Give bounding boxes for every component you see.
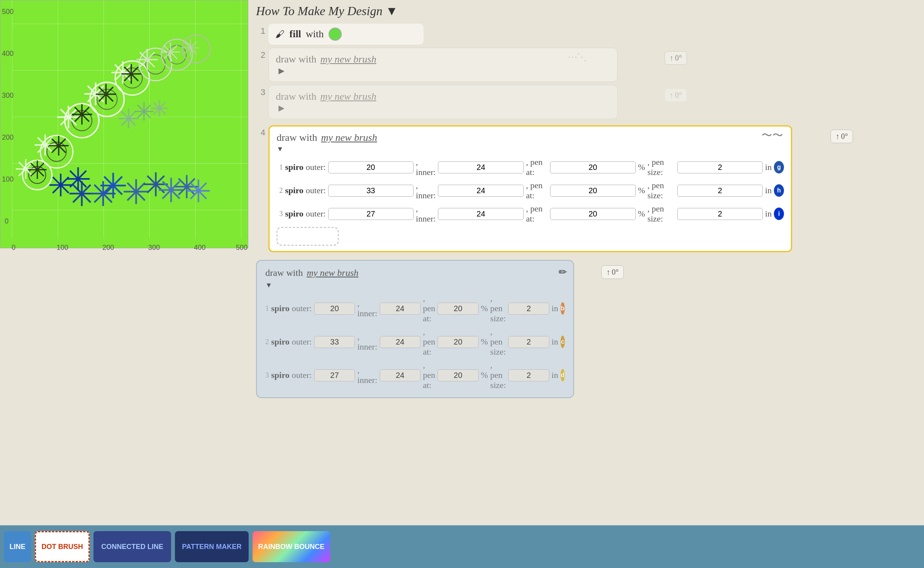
step-3-draw[interactable]: draw with my new brush ▶ ↑ 0° xyxy=(268,85,618,119)
bottom-pen-size-field-1[interactable] xyxy=(508,303,549,315)
bottom-pen-at-field-1[interactable] xyxy=(438,303,479,315)
angle-button-4[interactable]: ↑ 0° xyxy=(831,130,853,143)
bottom-outer-field-2[interactable] xyxy=(314,336,355,348)
x-label-100: 100 xyxy=(57,244,68,252)
x-label-300: 300 xyxy=(148,244,160,252)
pen-size-field-4-3[interactable] xyxy=(677,208,763,220)
b-pen-at-label-2: , pen at: xyxy=(423,327,435,357)
bottom-spiro-label-1: spiro xyxy=(271,303,289,313)
bottom-spiro-badge-3[interactable]: d xyxy=(561,369,565,381)
dotted-arc: ⋯⋱ xyxy=(568,51,586,63)
bottom-spiro-num-3: 3 xyxy=(265,371,269,379)
right-panel: How To Make My Design ▼ 1 🖌 fill with 2 … xyxy=(256,4,915,252)
x-label-400: 400 xyxy=(194,244,206,252)
spiro-label-4-2: spiro xyxy=(285,185,303,196)
svg-text:✳: ✳ xyxy=(70,100,93,131)
outer-field-4-1[interactable] xyxy=(328,161,414,173)
step-2-header: draw with my new brush ⋯⋱ xyxy=(276,54,610,65)
b-inner-label-2: , inner: xyxy=(357,332,377,352)
line-tool-button[interactable]: LINE xyxy=(4,531,31,562)
bottom-pen-at-field-3[interactable] xyxy=(438,369,479,381)
edit-pencil-button[interactable]: ✏ xyxy=(559,266,567,278)
spiro-row-4-2: 2 spiro outer: , inner: , pen at: % , pe… xyxy=(277,180,784,201)
x-label-500: 500 xyxy=(236,244,247,252)
toolbar: LINE DOT BRUSH CONNECTED LINE PATTERN MA… xyxy=(0,525,924,568)
bottom-outer-field-1[interactable] xyxy=(314,303,355,315)
spiro-badge-4-3[interactable]: i xyxy=(774,208,784,220)
in-label-4-3: in xyxy=(765,209,772,219)
percent-label-4-3: % xyxy=(638,209,645,219)
bottom-inner-field-3[interactable] xyxy=(380,369,421,381)
fill-color-swatch[interactable] xyxy=(329,28,342,41)
inner-label-4-2: , inner: xyxy=(416,180,436,201)
step-1-fill[interactable]: 🖌 fill with xyxy=(268,24,424,45)
pen-at-field-4-2[interactable] xyxy=(550,185,635,197)
rainbow-bounce-tool-button[interactable]: RAINBOW BOUNCE xyxy=(253,531,330,562)
in-label-4-1: in xyxy=(765,162,772,172)
add-spiro-button[interactable] xyxy=(277,227,339,246)
step-1-row: 1 🖌 fill with xyxy=(256,24,915,45)
bottom-spiro-num-1: 1 xyxy=(265,305,269,313)
b-inner-label-1: , inner: xyxy=(357,298,377,319)
angle-button-3[interactable]: ↑ 0° xyxy=(664,88,687,102)
bottom-pen-at-field-2[interactable] xyxy=(438,336,479,348)
step-3-row: 3 draw with my new brush ▶ ↑ 0° xyxy=(256,85,915,119)
expand-arrow[interactable]: ▼ xyxy=(277,145,784,153)
bottom-spiro-badge-2[interactable]: c xyxy=(561,336,565,348)
spiro-row-num-4-2: 2 xyxy=(277,187,283,195)
b-percent-2: % xyxy=(481,337,488,347)
angle-button-2[interactable]: ↑ 0° xyxy=(664,51,687,65)
bottom-pen-size-field-2[interactable] xyxy=(508,336,549,348)
bottom-outer-field-3[interactable] xyxy=(314,369,355,381)
pattern-maker-tool-button[interactable]: PATTERN MAKER xyxy=(175,531,249,562)
step-2-row: 2 draw with my new brush ⋯⋱ ▶ ↑ 0° xyxy=(256,48,915,82)
outer-field-4-3[interactable] xyxy=(328,208,414,220)
dropdown-arrow-icon[interactable]: ▼ xyxy=(386,4,398,18)
spiro-label-4-1: spiro xyxy=(285,162,303,172)
bottom-inner-field-2[interactable] xyxy=(380,336,421,348)
angle-value-4: 0° xyxy=(841,132,848,141)
bottom-inner-field-1[interactable] xyxy=(380,303,421,315)
drawing-canvas[interactable]: ✳ ✳ ✳ ✳ ✳ ✳ ✳ ✳ ✳ ✳ ✳ ✳ ✳ ✳ ✳ ✳ ✳ ✳ ✳ ✳ … xyxy=(0,0,248,248)
y-label-200: 200 xyxy=(2,133,14,142)
step-3-header: draw with my new brush xyxy=(276,91,610,102)
b-pen-size-label-1: , pen size: xyxy=(490,293,506,324)
connected-line-tool-button[interactable]: CONNECTED LINE xyxy=(93,531,171,562)
bottom-expand-arrow[interactable]: ▼ xyxy=(265,281,565,289)
pen-at-field-4-1[interactable] xyxy=(550,161,635,173)
play-button-3[interactable]: ▶ xyxy=(276,102,287,113)
outer-label-4-3: outer: xyxy=(306,209,325,219)
inner-field-4-3[interactable] xyxy=(438,208,523,220)
pen-at-field-4-3[interactable] xyxy=(550,208,635,220)
angle-value-2: 0° xyxy=(675,54,682,62)
inner-label-4-1: , inner: xyxy=(416,157,436,177)
step-4-number: 4 xyxy=(256,125,265,138)
spiro-label-4-3: spiro xyxy=(285,209,303,219)
outer-field-4-2[interactable] xyxy=(328,185,414,197)
pen-size-field-4-1[interactable] xyxy=(677,161,763,173)
play-button-2[interactable]: ▶ xyxy=(276,65,287,76)
spiro-badge-4-1[interactable]: g xyxy=(774,161,784,173)
brush-name-4: my new brush xyxy=(321,132,377,144)
step-2-draw[interactable]: draw with my new brush ⋯⋱ ▶ ↑ 0° xyxy=(268,48,618,82)
inner-field-4-1[interactable] xyxy=(438,161,523,173)
pen-size-field-4-2[interactable] xyxy=(677,185,763,197)
bottom-brush-name: my new brush xyxy=(307,268,358,278)
inner-field-4-2[interactable] xyxy=(438,185,523,197)
bottom-spiro-label-3: spiro xyxy=(271,370,289,380)
pen-at-label-4-2: , pen at: xyxy=(526,180,548,201)
b-in-label-2: in xyxy=(552,337,558,347)
svg-text:✳: ✳ xyxy=(48,169,74,203)
dot-brush-tool-button[interactable]: DOT BRUSH xyxy=(35,531,90,562)
spiro-badge-4-2[interactable]: h xyxy=(774,184,784,197)
step-4-row: 4 draw with my new brush 〜〜 ▼ 1 spiro ou… xyxy=(256,125,915,252)
svg-text:✳: ✳ xyxy=(47,132,70,161)
step-4-draw[interactable]: draw with my new brush 〜〜 ▼ 1 spiro oute… xyxy=(268,125,792,252)
bottom-pen-size-field-3[interactable] xyxy=(508,369,549,381)
spiro-row-num-4-1: 1 xyxy=(277,163,283,171)
step-3-number: 3 xyxy=(256,85,265,97)
bottom-angle-button[interactable]: ↑ 0° xyxy=(601,265,624,279)
y-label-500: 500 xyxy=(2,8,14,16)
bottom-spiro-badge-1[interactable]: b xyxy=(561,302,565,315)
svg-text:✳: ✳ xyxy=(94,80,118,111)
